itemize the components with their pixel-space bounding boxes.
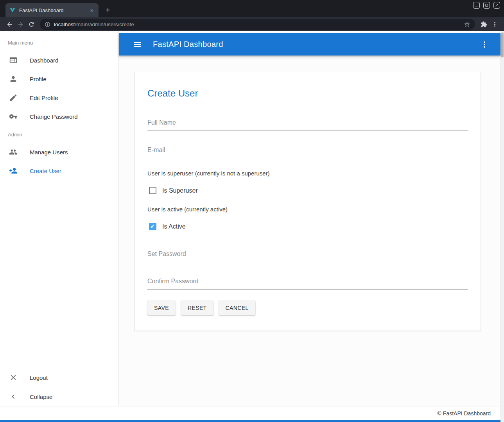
checkbox-label: Is Active bbox=[162, 223, 186, 230]
sidebar-item-label: Logout bbox=[30, 374, 48, 381]
sidebar-item-manage-users[interactable]: Manage Users bbox=[0, 143, 118, 161]
sidebar-section-header: Main menu bbox=[0, 34, 118, 51]
page-title: Create User bbox=[147, 88, 468, 99]
extensions-icon[interactable] bbox=[478, 19, 489, 30]
browser-window: FastAPI Dashboard × + bbox=[0, 0, 504, 422]
form-buttons: SAVE RESET CANCEL bbox=[147, 300, 468, 315]
reset-button[interactable]: RESET bbox=[181, 300, 213, 315]
save-button[interactable]: SAVE bbox=[147, 300, 176, 315]
confirm-password-field bbox=[147, 275, 468, 290]
cancel-button[interactable]: CANCEL bbox=[219, 300, 255, 315]
sidebar-item-change-password[interactable]: Change Password bbox=[0, 107, 118, 126]
sidebar-item-label: Collapse bbox=[30, 393, 52, 400]
sidebar: Main menu Dashboard Profile bbox=[0, 31, 119, 406]
active-hint: User is active (currently active) bbox=[147, 206, 468, 213]
is-superuser-checkbox[interactable]: Is Superuser bbox=[149, 187, 468, 194]
sidebar-item-label: Manage Users bbox=[30, 149, 68, 156]
full-name-field bbox=[147, 117, 468, 131]
sidebar-item-label: Change Password bbox=[30, 113, 78, 120]
browser-navbar: localhost/main/admin/users/create bbox=[0, 17, 504, 31]
key-icon bbox=[9, 112, 18, 121]
browser-titlebar: FastAPI Dashboard × + bbox=[0, 0, 504, 17]
full-name-input[interactable] bbox=[147, 117, 468, 131]
is-active-checkbox[interactable]: Is Active bbox=[149, 223, 468, 230]
sidebar-spacer bbox=[0, 180, 118, 368]
info-icon[interactable] bbox=[45, 21, 50, 27]
app-bar: FastAPI Dashboard bbox=[119, 33, 500, 55]
browser-menu-kebab-icon[interactable] bbox=[489, 19, 500, 30]
checkbox-icon bbox=[149, 187, 156, 194]
email-field bbox=[147, 144, 468, 158]
sidebar-item-label: Profile bbox=[30, 76, 47, 82]
people-icon bbox=[9, 148, 18, 156]
email-input[interactable] bbox=[147, 144, 468, 158]
confirm-password-input[interactable] bbox=[147, 275, 468, 290]
sidebar-item-dashboard[interactable]: Dashboard bbox=[0, 51, 118, 70]
sidebar-section-header: Admin bbox=[0, 126, 118, 143]
checkbox-icon bbox=[149, 223, 156, 230]
sidebar-item-profile[interactable]: Profile bbox=[0, 70, 118, 88]
tab-close-icon[interactable]: × bbox=[88, 7, 95, 14]
copyright-text: © FastAPI Dashboard bbox=[438, 410, 491, 417]
sidebar-item-collapse[interactable]: Collapse bbox=[0, 387, 118, 406]
page: Main menu Dashboard Profile bbox=[0, 31, 504, 422]
person-icon bbox=[9, 75, 18, 83]
sidebar-item-label: Dashboard bbox=[30, 57, 58, 64]
close-icon bbox=[9, 373, 18, 382]
superuser-hint: User is superuser (currently is not a su… bbox=[147, 170, 468, 177]
back-button[interactable] bbox=[4, 19, 15, 30]
tab-title: FastAPI Dashboard bbox=[19, 7, 88, 13]
sidebar-item-label: Create User bbox=[30, 168, 61, 174]
hamburger-menu-icon[interactable] bbox=[133, 40, 142, 49]
url-path: /main/admin/users/create bbox=[75, 21, 134, 27]
app-footer: © FastAPI Dashboard bbox=[0, 406, 504, 420]
url-text: localhost/main/admin/users/create bbox=[54, 21, 134, 27]
person-add-icon bbox=[9, 166, 18, 175]
content-area: Create User User is superuser (currently… bbox=[119, 55, 500, 406]
url-host: localhost bbox=[54, 21, 75, 27]
sidebar-item-logout[interactable]: Logout bbox=[0, 368, 118, 387]
vue-favicon bbox=[9, 7, 16, 13]
main-area: FastAPI Dashboard Create User bbox=[119, 31, 500, 406]
maximize-button[interactable] bbox=[483, 2, 490, 9]
minimize-button[interactable] bbox=[473, 2, 480, 9]
create-user-card: Create User User is superuser (currently… bbox=[135, 72, 481, 331]
scrollbar-thumb[interactable] bbox=[501, 32, 504, 57]
scrollbar[interactable] bbox=[500, 31, 504, 422]
set-password-input[interactable] bbox=[147, 248, 468, 262]
close-window-button[interactable] bbox=[493, 2, 500, 9]
pencil-icon bbox=[9, 93, 18, 102]
page-body: Main menu Dashboard Profile bbox=[0, 31, 500, 406]
bookmark-star-icon[interactable] bbox=[464, 21, 470, 28]
browser-tab[interactable]: FastAPI Dashboard × bbox=[5, 3, 99, 17]
sidebar-item-label: Edit Profile bbox=[30, 95, 58, 101]
sidebar-item-edit-profile[interactable]: Edit Profile bbox=[0, 88, 118, 107]
appbar-kebab-menu-icon[interactable] bbox=[480, 40, 489, 49]
forward-button[interactable] bbox=[15, 19, 26, 30]
window-controls bbox=[473, 2, 500, 9]
appbar-title: FastAPI Dashboard bbox=[153, 40, 223, 49]
checkbox-label: Is Superuser bbox=[162, 187, 198, 194]
reload-button[interactable] bbox=[26, 19, 37, 30]
url-bar[interactable]: localhost/main/admin/users/create bbox=[40, 19, 475, 30]
set-password-field bbox=[147, 248, 468, 262]
chevron-left-icon bbox=[9, 392, 18, 401]
footer-accent-strip bbox=[0, 420, 504, 422]
sidebar-item-create-user[interactable]: Create User bbox=[0, 161, 118, 180]
dashboard-icon bbox=[9, 56, 18, 64]
new-tab-button[interactable]: + bbox=[106, 6, 110, 14]
